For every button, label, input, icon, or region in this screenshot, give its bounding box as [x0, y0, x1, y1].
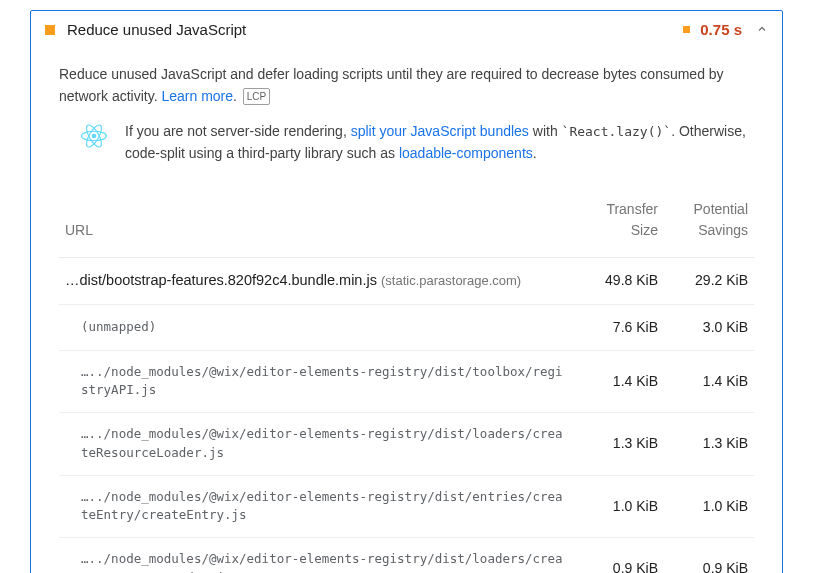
cell-path: …../node_modules/@wix/editor-elements-re… — [59, 350, 574, 413]
table-wrapper: URL Transfer Size Potential Savings …dis… — [31, 177, 782, 573]
stackpack-text: If you are not server-side rendering, — [125, 123, 351, 139]
audit-display-value: 0.75 s — [700, 21, 742, 38]
cell-path: …../node_modules/@wix/editor-elements-re… — [59, 413, 574, 476]
cell-path: …../node_modules/@wix/editor-elements-re… — [59, 538, 574, 574]
cell-transfer-size: 1.4 KiB — [574, 350, 664, 413]
audit-title: Reduce unused JavaScript — [67, 21, 246, 38]
table-row: …../node_modules/@wix/editor-elements-re… — [59, 538, 754, 574]
react-icon — [81, 123, 107, 156]
table-row: …../node_modules/@wix/editor-elements-re… — [59, 350, 754, 413]
learn-more-link[interactable]: Learn more — [161, 88, 233, 104]
stack-pack-text: If you are not server-side rendering, sp… — [125, 121, 754, 164]
cell-potential-savings: 3.0 KiB — [664, 304, 754, 350]
cell-path: (unmapped) — [59, 304, 574, 350]
loadable-components-link[interactable]: loadable-components — [399, 145, 533, 161]
audit-description: Reduce unused JavaScript and defer loadi… — [31, 54, 782, 115]
svg-point-0 — [92, 134, 97, 139]
cell-path: …../node_modules/@wix/editor-elements-re… — [59, 475, 574, 538]
cell-potential-savings: 29.2 KiB — [664, 257, 754, 304]
col-potential-savings: Potential Savings — [664, 189, 754, 258]
col-url: URL — [59, 189, 574, 258]
severity-marker-icon — [45, 25, 55, 35]
lcp-badge: LCP — [243, 88, 270, 106]
cell-potential-savings: 1.0 KiB — [664, 475, 754, 538]
opportunities-table: URL Transfer Size Potential Savings …dis… — [59, 189, 754, 573]
table-row: …../node_modules/@wix/editor-elements-re… — [59, 413, 754, 476]
cell-potential-savings: 0.9 KiB — [664, 538, 754, 574]
split-bundles-link[interactable]: split your JavaScript bundles — [351, 123, 529, 139]
cell-transfer-size: 0.9 KiB — [574, 538, 664, 574]
table-row: …../node_modules/@wix/editor-elements-re… — [59, 475, 754, 538]
audit-body: Reduce unused JavaScript and defer loadi… — [31, 48, 782, 573]
audit-header[interactable]: Reduce unused JavaScript 0.75 s — [31, 11, 782, 48]
description-text: Reduce unused JavaScript and defer loadi… — [59, 66, 724, 104]
audit-card: Reduce unused JavaScript 0.75 s Reduce u… — [30, 10, 783, 573]
cell-path: …dist/bootstrap-features.820f92c4.bundle… — [59, 257, 574, 304]
cell-potential-savings: 1.3 KiB — [664, 413, 754, 476]
cell-transfer-size: 49.8 KiB — [574, 257, 664, 304]
react-lazy-code: `React.lazy()` — [562, 124, 672, 139]
cell-transfer-size: 7.6 KiB — [574, 304, 664, 350]
cell-transfer-size: 1.0 KiB — [574, 475, 664, 538]
cell-potential-savings: 1.4 KiB — [664, 350, 754, 413]
cell-transfer-size: 1.3 KiB — [574, 413, 664, 476]
chevron-up-icon[interactable] — [756, 22, 768, 38]
table-row: (unmapped)7.6 KiB3.0 KiB — [59, 304, 754, 350]
table-row: …dist/bootstrap-features.820f92c4.bundle… — [59, 257, 754, 304]
severity-marker-icon — [683, 26, 690, 33]
col-transfer-size: Transfer Size — [574, 189, 664, 258]
stack-pack-react: If you are not server-side rendering, sp… — [31, 115, 782, 176]
